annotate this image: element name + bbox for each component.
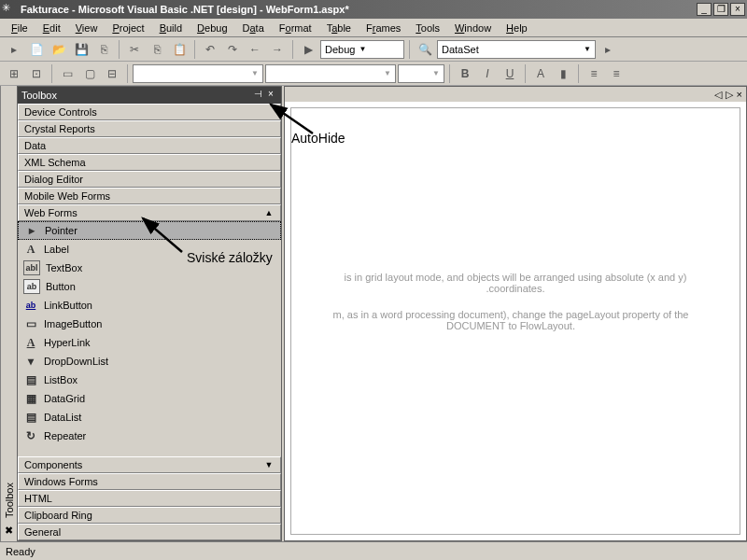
- toolbox-item-label[interactable]: ALabel: [18, 240, 281, 259]
- toolbox-title-text: Toolbox: [21, 90, 251, 101]
- save-button[interactable]: 💾: [71, 39, 92, 60]
- minimize-button[interactable]: _: [697, 3, 712, 16]
- cut-button[interactable]: ✂: [124, 39, 145, 60]
- nav-left-icon[interactable]: ◁: [714, 89, 722, 101]
- toolbox-item-dropdownlist[interactable]: ▾DropDownList: [18, 352, 281, 371]
- toolbox-item-repeater[interactable]: ↻Repeater: [18, 427, 281, 445]
- sidetab-label: Toolbox: [4, 483, 15, 518]
- align-grid-icon[interactable]: ⊡: [26, 63, 47, 84]
- target-combo[interactable]: DataSet▼: [437, 40, 596, 59]
- label-icon: A: [23, 242, 38, 257]
- style-combo[interactable]: ▼: [133, 64, 263, 83]
- save-all-button[interactable]: ⎘: [93, 39, 114, 60]
- paste-button[interactable]: 📋: [169, 39, 190, 60]
- toolbox-item-listbox[interactable]: ▤ListBox: [18, 371, 281, 389]
- toolbox-item-datalist[interactable]: ▤DataList: [18, 408, 281, 427]
- menubar: File Edit View Project Build Debug Data …: [0, 19, 747, 37]
- app-icon: ✳: [2, 2, 17, 17]
- toolbox-item-imagebutton[interactable]: ▭ImageButton: [18, 315, 281, 333]
- forecolor-button[interactable]: A: [530, 63, 551, 84]
- restore-button[interactable]: ❐: [713, 3, 728, 16]
- nav-back-button[interactable]: ←: [245, 39, 265, 60]
- menu-file[interactable]: File: [4, 21, 35, 35]
- sidetab-toolbox[interactable]: ✖ Toolbox: [0, 86, 17, 541]
- undo-button[interactable]: ↶: [200, 39, 220, 60]
- designer-header: ◁ ▷ ×: [285, 87, 746, 102]
- toolbox-cat-clipboard-ring[interactable]: Clipboard Ring: [18, 507, 281, 524]
- toolbox-cat-crystal-reports[interactable]: Crystal Reports: [18, 120, 281, 137]
- toolbox-cat-components[interactable]: Components▼: [18, 456, 281, 473]
- close-button[interactable]: ×: [730, 3, 745, 16]
- toolbox-items: ▸Pointer ALabel ablTextBox abButton abLi…: [18, 221, 281, 456]
- menu-help[interactable]: Help: [499, 21, 535, 35]
- open-button[interactable]: 📂: [49, 39, 69, 60]
- redo-button[interactable]: ↷: [222, 39, 243, 60]
- group-button[interactable]: ▭: [57, 63, 78, 84]
- toolbox-item-textbox[interactable]: ablTextBox: [18, 259, 281, 277]
- toolbox-close-icon[interactable]: ×: [264, 89, 277, 102]
- new-item-button[interactable]: 📄: [26, 39, 47, 60]
- toolbox-cat-dialog-editor[interactable]: Dialog Editor: [18, 171, 281, 188]
- repeater-icon: ↻: [23, 428, 38, 443]
- linkbutton-icon: ab: [23, 298, 38, 313]
- ungroup-button[interactable]: ▢: [79, 63, 100, 84]
- backcolor-button[interactable]: ▮: [553, 63, 573, 84]
- toolbox-cat-data[interactable]: Data: [18, 137, 281, 154]
- toolbox-item-pointer[interactable]: ▸Pointer: [18, 221, 281, 240]
- bold-button[interactable]: B: [455, 63, 475, 84]
- scroll-up-icon[interactable]: ▲: [263, 208, 275, 217]
- menu-table[interactable]: Table: [319, 21, 359, 35]
- align-left-icon[interactable]: ⊞: [4, 63, 24, 84]
- toolbox-tab-icon: ✖: [3, 525, 16, 538]
- window-title: Fakturace - Microsoft Visual Basic .NET …: [21, 4, 697, 15]
- menu-tools[interactable]: Tools: [408, 21, 447, 35]
- menu-data[interactable]: Data: [235, 21, 272, 35]
- button-icon: ab: [23, 279, 40, 294]
- config-combo[interactable]: Debug▼: [320, 40, 404, 59]
- dropdownlist-icon: ▾: [23, 354, 38, 369]
- toolbar-formatting: ⊞ ⊡ ▭ ▢ ⊟ ▼ ▼ ▼ B I U A ▮ ≡ ≡: [0, 62, 747, 86]
- layout-button[interactable]: ⊟: [102, 63, 122, 84]
- status-text: Ready: [6, 546, 35, 557]
- underline-button[interactable]: U: [500, 63, 520, 84]
- toolbox-item-datagrid[interactable]: ▦DataGrid: [18, 389, 281, 408]
- toolbox-item-button[interactable]: abButton: [18, 277, 281, 296]
- layout-hint-2: m, as in a word processing document), ch…: [291, 309, 730, 331]
- menu-view[interactable]: View: [68, 21, 106, 35]
- new-project-button[interactable]: ▸: [4, 39, 24, 60]
- layout-hint-1: is in grid layout mode, and objects will…: [301, 272, 730, 294]
- copy-button[interactable]: ⎘: [147, 39, 167, 60]
- italic-button[interactable]: I: [477, 63, 498, 84]
- toolbox-cat-web-forms[interactable]: Web Forms▲: [18, 204, 281, 221]
- scroll-down-icon[interactable]: ▼: [263, 460, 275, 469]
- menu-window[interactable]: Window: [447, 21, 499, 35]
- toolbox-cat-html[interactable]: HTML: [18, 490, 281, 507]
- toolbox-cat-device-controls[interactable]: Device Controls: [18, 104, 281, 120]
- find-button[interactable]: 🔍: [415, 39, 435, 60]
- datagrid-icon: ▦: [23, 391, 38, 406]
- nav-right-icon[interactable]: ▷: [726, 89, 733, 101]
- align-l-button[interactable]: ≡: [584, 63, 604, 84]
- menu-format[interactable]: Format: [272, 21, 319, 35]
- toolbox-cat-windows-forms[interactable]: Windows Forms: [18, 473, 281, 490]
- toolbox-cat-mobile-web-forms[interactable]: Mobile Web Forms: [18, 188, 281, 204]
- toolbox-cat-general[interactable]: General: [18, 524, 281, 540]
- start-button[interactable]: ▶: [298, 39, 318, 60]
- menu-debug[interactable]: Debug: [190, 21, 234, 35]
- align-c-button[interactable]: ≡: [606, 63, 627, 84]
- nav-fwd-button[interactable]: →: [267, 39, 288, 60]
- toolbox-item-linkbutton[interactable]: abLinkButton: [18, 296, 281, 315]
- toolbox-cat-xml-schema[interactable]: XML Schema: [18, 154, 281, 171]
- designer-close-icon[interactable]: ×: [737, 89, 742, 100]
- menu-build[interactable]: Build: [152, 21, 190, 35]
- hyperlink-icon: A: [23, 335, 38, 350]
- fontsize-combo[interactable]: ▼: [398, 64, 444, 83]
- menu-edit[interactable]: Edit: [35, 21, 68, 35]
- menu-project[interactable]: Project: [105, 21, 151, 35]
- toolbox-item-hyperlink[interactable]: AHyperLink: [18, 333, 281, 352]
- design-surface[interactable]: is in grid layout mode, and objects will…: [290, 107, 740, 535]
- font-combo[interactable]: ▼: [265, 64, 396, 83]
- more-button[interactable]: ▸: [598, 39, 618, 60]
- menu-frames[interactable]: Frames: [359, 21, 408, 35]
- autohide-pin-icon[interactable]: ⊣: [251, 89, 264, 102]
